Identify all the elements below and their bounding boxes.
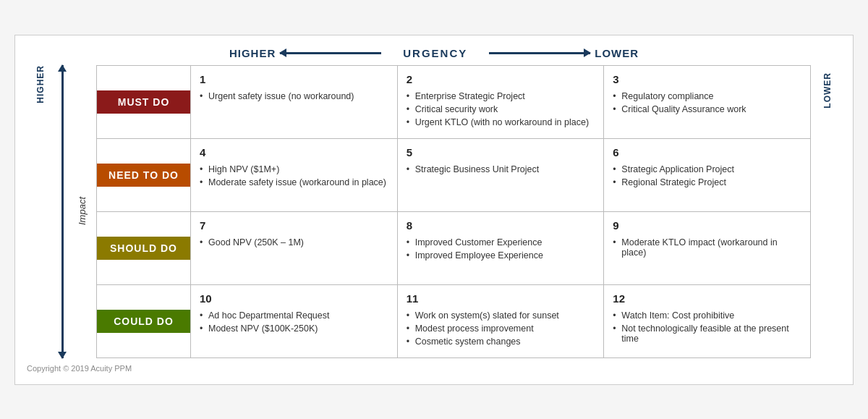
side-labels-inner: HIGHER (35, 65, 46, 358)
urgency-title: URGENCY (403, 47, 467, 59)
grid-cell-9: 9Moderate KTLO impact (workaround in pla… (604, 212, 810, 284)
urgency-header: HIGHER URGENCY LOWER (27, 47, 841, 59)
cell-items-3: Regulatory complianceCritical Quality As… (613, 91, 801, 114)
row-label-cell: COULD DO (97, 285, 191, 357)
cell-number-6: 6 (613, 146, 801, 158)
cell-items-6: Strategic Application ProjectRegional St… (613, 164, 801, 187)
grid-cell-6: 6Strategic Application ProjectRegional S… (604, 139, 810, 211)
impact-label-container: Impact (70, 65, 93, 358)
row-label-cell: NEED TO DO (97, 139, 191, 211)
main-container: HIGHER URGENCY LOWER HIGHER Impact MUST … (14, 35, 854, 385)
cell-number-12: 12 (613, 292, 801, 305)
list-item: Work on system(s) slated for sunset (407, 310, 595, 321)
list-item: Not technologically feasible at the pres… (613, 323, 801, 344)
cell-number-4: 4 (200, 146, 388, 158)
list-item: Moderate KTLO impact (workaround in plac… (613, 237, 801, 258)
urgency-lower-label: LOWER (595, 47, 639, 59)
urgency-higher-label: HIGHER (229, 47, 276, 59)
grid-row: SHOULD DO7Good NPV (250K – 1M)8Improved … (97, 212, 810, 285)
list-item: High NPV ($1M+) (200, 164, 388, 174)
grid-cell-11: 11Work on system(s) slated for sunsetMod… (398, 285, 605, 357)
list-item: Strategic Business Unit Project (407, 164, 595, 174)
list-item: Watch Item: Cost prohibitive (613, 310, 801, 321)
cell-items-9: Moderate KTLO impact (workaround in plac… (613, 237, 801, 258)
side-labels: HIGHER (27, 65, 54, 358)
cell-items-12: Watch Item: Cost prohibitiveNot technolo… (613, 310, 801, 344)
list-item: Good NPV (250K – 1M) (200, 237, 388, 247)
cell-number-10: 10 (200, 292, 388, 305)
priority-grid: MUST DO1Urgent safety issue (no workarou… (96, 65, 811, 358)
list-item: Urgent safety issue (no workaround) (200, 91, 388, 101)
grid-cell-7: 7Good NPV (250K – 1M) (191, 212, 398, 284)
list-item: Regulatory compliance (613, 91, 801, 101)
impact-label: Impact (77, 197, 88, 225)
vert-arrow-container (56, 65, 69, 358)
list-item: Modest process improvement (407, 323, 595, 334)
list-item: Critical Quality Assurance work (613, 104, 801, 114)
list-item: Modest NPV ($100K-250K) (200, 323, 388, 334)
arrow-down-icon (61, 211, 64, 358)
list-item: Improved Employee Experience (407, 250, 595, 261)
cell-items-10: Ad hoc Departmental RequestModest NPV ($… (200, 310, 388, 334)
main-layout: HIGHER Impact MUST DO1Urgent safety issu… (27, 65, 841, 358)
cell-items-7: Good NPV (250K – 1M) (200, 237, 388, 247)
row-label-could-do: COULD DO (97, 310, 190, 333)
cell-items-2: Enterprise Strategic ProjectCritical sec… (407, 91, 595, 127)
list-item: Moderate safety issue (workaround in pla… (200, 177, 388, 187)
footer: Copyright © 2019 Acuity PPM (27, 364, 841, 373)
grid-row: MUST DO1Urgent safety issue (no workarou… (97, 66, 810, 139)
cell-number-8: 8 (407, 219, 595, 232)
grid-row: NEED TO DO4High NPV ($1M+)Moderate safet… (97, 139, 810, 212)
grid-cell-12: 12Watch Item: Cost prohibitiveNot techno… (604, 285, 810, 357)
grid-cell-3: 3Regulatory complianceCritical Quality A… (604, 66, 810, 138)
arrow-up-icon (61, 65, 64, 212)
copyright-text: Copyright © 2019 Acuity PPM (27, 364, 132, 373)
cell-number-2: 2 (407, 73, 595, 85)
cell-items-1: Urgent safety issue (no workaround) (200, 91, 388, 101)
cell-items-11: Work on system(s) slated for sunsetModes… (407, 310, 595, 347)
list-item: Enterprise Strategic Project (407, 91, 595, 101)
cell-items-5: Strategic Business Unit Project (407, 164, 595, 174)
grid-cell-8: 8Improved Customer ExperienceImproved Em… (398, 212, 605, 284)
impact-higher-label: HIGHER (35, 65, 46, 103)
grid-cell-4: 4High NPV ($1M+)Moderate safety issue (w… (191, 139, 398, 211)
list-item: Strategic Application Project (613, 164, 801, 174)
grid-cell-2: 2Enterprise Strategic ProjectCritical se… (398, 66, 605, 138)
row-label-need-to-do: NEED TO DO (97, 164, 190, 187)
arrow-right-icon (489, 52, 590, 54)
cell-number-9: 9 (613, 219, 801, 232)
grid-cell-1: 1Urgent safety issue (no workaround) (191, 66, 398, 138)
list-item: Regional Strategic Project (613, 177, 801, 187)
grid-cell-10: 10Ad hoc Departmental RequestModest NPV … (191, 285, 398, 357)
cell-number-11: 11 (407, 292, 595, 305)
side-labels-right: LOWER (814, 65, 841, 358)
row-label-should-do: SHOULD DO (97, 237, 190, 260)
list-item: Cosmetic system changes (407, 337, 595, 347)
row-label-must-do: MUST DO (97, 90, 190, 114)
list-item: Urgent KTLO (with no workaround in place… (407, 117, 595, 127)
cell-items-8: Improved Customer ExperienceImproved Emp… (407, 237, 595, 261)
impact-lower-label: LOWER (822, 72, 833, 109)
cell-items-4: High NPV ($1M+)Moderate safety issue (wo… (200, 164, 388, 187)
list-item: Improved Customer Experience (407, 237, 595, 247)
grid-cell-5: 5Strategic Business Unit Project (398, 139, 605, 211)
cell-number-3: 3 (613, 73, 801, 85)
grid-row: COULD DO10Ad hoc Departmental RequestMod… (97, 285, 810, 357)
arrow-left-icon (280, 52, 381, 54)
list-item: Critical security work (407, 104, 595, 114)
list-item: Ad hoc Departmental Request (200, 310, 388, 321)
cell-number-5: 5 (407, 146, 595, 158)
row-label-cell: SHOULD DO (97, 212, 191, 284)
cell-number-1: 1 (200, 73, 388, 85)
cell-number-7: 7 (200, 219, 388, 232)
row-label-cell: MUST DO (97, 66, 191, 138)
